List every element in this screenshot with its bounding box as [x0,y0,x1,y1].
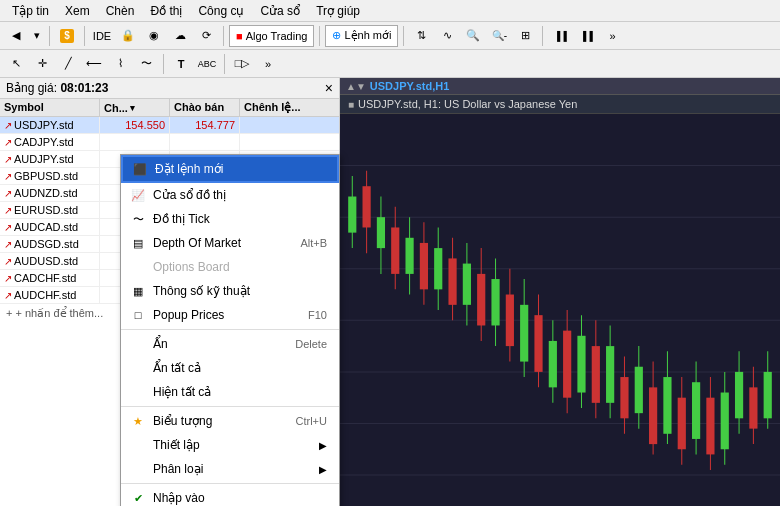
cm-item-popup-prices[interactable]: □ Popup Prices F10 [121,303,339,327]
bieu-tuong-shortcut: Ctrl+U [296,415,327,427]
ide-btn[interactable]: IDE [90,25,114,47]
cm-item-thiet-lap[interactable]: Thiết lập ▶ [121,433,339,457]
cursor-btn[interactable]: ↖ [4,53,28,75]
sep3 [223,26,224,46]
panel-time: 08:01:23 [60,81,108,95]
svg-rect-39 [563,331,571,398]
symbol-cell: ↗ USDJPY.std [0,117,100,133]
zoom-out-btn[interactable]: 🔍- [487,25,511,47]
line-btn[interactable]: ╱ [56,53,80,75]
order-icon: ⬛ [131,161,149,177]
toolbar-2: ↖ ✛ ╱ ⟵ ⌇ 〜 T ABC □▷ » [0,50,780,78]
category-icon [129,461,147,477]
col-symbol-header: Symbol [0,99,100,116]
menu-file[interactable]: Tập tin [4,2,57,20]
menu-chart[interactable]: Đồ thị [142,2,190,20]
svg-rect-31 [506,295,514,347]
symbol-cell: ↗ CADCHF.std [0,270,100,286]
refresh-btn[interactable]: ⟳ [194,25,218,47]
arrow-up-icon: ↗ [4,290,12,301]
panel-close-btn[interactable]: × [325,80,333,96]
sep-t2-2 [224,54,225,74]
cm-item-options-board: Options Board [121,255,339,279]
svg-rect-11 [363,186,371,227]
new-order-icon: ⊕ [332,29,341,42]
sep1 [49,26,50,46]
dollar-icon-btn[interactable]: $ [55,25,79,47]
menu-view[interactable]: Xem [57,2,98,20]
sep6 [542,26,543,46]
poly-btn[interactable]: ⌇ [108,53,132,75]
menu-window[interactable]: Cửa sổ [252,2,308,20]
sep5 [403,26,404,46]
svg-rect-51 [649,387,657,444]
cm-item-phan-loai[interactable]: Phân loại ▶ [121,457,339,481]
cm-item-bieu-tuong[interactable]: ★ Biểu tượng Ctrl+U [121,409,339,433]
speaker-btn[interactable]: ◉ [142,25,166,47]
new-order-label: Lệnh mới [344,29,391,42]
options-icon [129,259,147,275]
tech-icon: ▦ [129,283,147,299]
arrow-up-icon: ↗ [4,205,12,216]
menu-insert[interactable]: Chèn [98,2,143,20]
sep-t2-1 [163,54,164,74]
sep4 [319,26,320,46]
cm-label-do-thi-tick: Đồ thị Tick [153,212,327,226]
algo-trading-btn[interactable]: ■ Algo Trading [229,25,314,47]
sep2 [84,26,85,46]
cm-item-do-thi-tick[interactable]: 〜 Đồ thị Tick [121,207,339,231]
cm-item-hien-tat-ca[interactable]: Hiện tất cả [121,380,339,404]
svg-rect-49 [635,367,643,413]
cm-item-an[interactable]: Ẩn Delete [121,332,339,356]
cm-item-thong-so-ky-thuat[interactable]: ▦ Thông số kỹ thuật [121,279,339,303]
wave2-btn[interactable]: 〜 [134,53,158,75]
text-btn[interactable]: T [169,53,193,75]
col-ch-label: Ch... [104,102,128,114]
cm-item-nhap-vao[interactable]: ✔ Nhập vào [121,486,339,506]
menu-help[interactable]: Trợ giúp [308,2,368,20]
cm-item-an-tat-ca[interactable]: Ẩn tất cả [121,356,339,380]
shapes-btn[interactable]: □▷ [230,53,254,75]
svg-rect-21 [434,248,442,289]
an-shortcut: Delete [295,338,327,350]
crosshair-btn[interactable]: ✛ [30,53,54,75]
col-ch-header[interactable]: Ch... ▾ [100,99,170,116]
cm-item-depth-of-market[interactable]: ▤ Depth Of Market Alt+B [121,231,339,255]
chenh-cell [240,134,339,150]
table-row[interactable]: ↗ CADJPY.std [0,134,339,151]
abc-btn[interactable]: ABC [195,53,219,75]
grid-btn[interactable]: ⊞ [513,25,537,47]
lock-btn[interactable]: 🔒 [116,25,140,47]
new-order-btn[interactable]: ⊕ Lệnh mới [325,25,398,47]
left-panel: Bảng giá: 08:01:23 × Symbol Ch... ▾ Chào… [0,78,340,506]
ide-label: IDE [93,30,111,42]
svg-rect-65 [749,387,757,428]
arrow-up-icon: ↗ [4,188,12,199]
dropdown-btn[interactable]: ▾ [30,25,44,47]
svg-rect-17 [405,238,413,274]
vol1-btn[interactable]: ▐▐ [548,25,572,47]
hline-btn[interactable]: ⟵ [82,53,106,75]
separator-2 [121,406,339,407]
ch-cell [100,134,170,150]
vol2-btn[interactable]: ▐▐ [574,25,598,47]
zoom-in-btn[interactable]: 🔍 [461,25,485,47]
svg-rect-41 [577,336,585,393]
cloud-btn[interactable]: ☁ [168,25,192,47]
arrows-btn[interactable]: ⇅ [409,25,433,47]
cm-item-dat-lenh-moi[interactable]: ⬛ Đặt lệnh mới [121,155,339,183]
wave-btn[interactable]: ∿ [435,25,459,47]
ch-cell: 154.550 [100,117,170,133]
table-row[interactable]: ↗ USDJPY.std 154.550 154.777 [0,117,339,134]
menu-tools[interactable]: Công cụ [190,2,252,20]
more-btn[interactable]: » [600,25,624,47]
panel-title: Bảng giá: 08:01:23 [6,81,108,95]
svg-rect-35 [534,315,542,372]
chart-area[interactable] [340,114,780,506]
back-button[interactable]: ◀ [4,25,28,47]
more2-btn[interactable]: » [256,53,280,75]
cm-item-cua-so-do-thi[interactable]: 📈 Cửa sổ đồ thị [121,183,339,207]
svg-rect-29 [491,279,499,325]
candlestick-chart [340,114,780,506]
symbol-cell: ↗ AUDNZD.std [0,185,100,201]
